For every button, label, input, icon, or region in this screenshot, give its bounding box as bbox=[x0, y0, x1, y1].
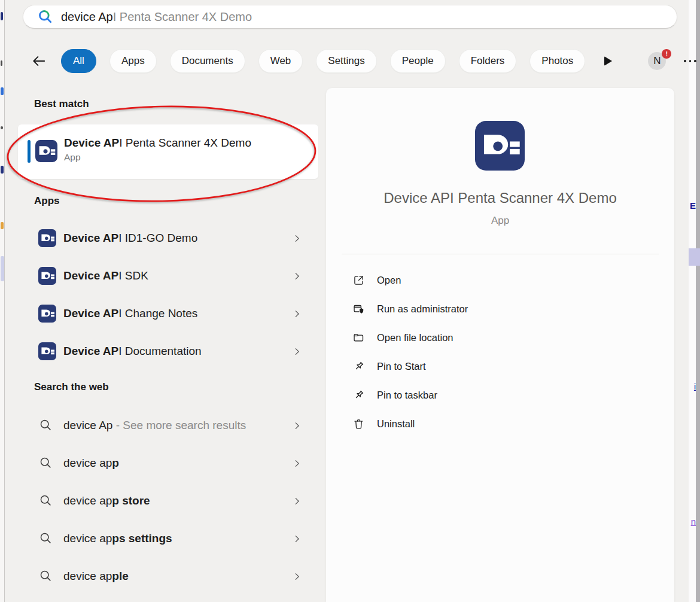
device-api-app-icon-large bbox=[475, 121, 525, 171]
left-fragment bbox=[1, 60, 2, 66]
app-result-row[interactable]: Device API ID1-GO Demo bbox=[23, 220, 324, 257]
completion-part: p store bbox=[112, 494, 150, 507]
best-match-text: Device API Penta Scanner 4X Demo App bbox=[64, 136, 251, 163]
right-fragment-highlight bbox=[689, 248, 700, 266]
more-options-button[interactable] bbox=[684, 52, 696, 70]
right-fragment-text: E bbox=[689, 201, 696, 211]
title-matched-part: Device AP bbox=[63, 232, 118, 244]
tab-people[interactable]: People bbox=[390, 49, 446, 73]
detail-panel: Device API Penta Scanner 4X Demo App Ope… bbox=[326, 88, 674, 602]
panel-app-type: App bbox=[326, 215, 674, 227]
trash-icon bbox=[352, 418, 365, 430]
right-edge-scrollbar-strip bbox=[696, 0, 700, 602]
chevron-right-icon[interactable] bbox=[293, 497, 302, 506]
search-icon bbox=[39, 570, 53, 583]
title-rest-part: I Change Notes bbox=[118, 307, 197, 320]
action-open-file-location[interactable]: Open file location bbox=[326, 323, 674, 352]
title-rest-part: I SDK bbox=[118, 269, 148, 282]
tab-apps[interactable]: Apps bbox=[109, 49, 157, 73]
right-fragment-text: i bbox=[689, 382, 696, 391]
app-result-row[interactable]: Device API SDK bbox=[23, 257, 324, 294]
back-button[interactable] bbox=[30, 52, 48, 70]
title-rest-part: I Documentation bbox=[118, 345, 201, 357]
app-row-title: Device API Documentation bbox=[63, 345, 202, 358]
query-part: device ap bbox=[63, 494, 112, 507]
apps-heading: Apps bbox=[34, 195, 60, 207]
badge-text: ! bbox=[665, 50, 668, 57]
device-api-app-icon bbox=[38, 305, 56, 323]
action-open[interactable]: Open bbox=[326, 266, 674, 294]
folder-icon bbox=[352, 332, 365, 344]
tab-settings[interactable]: Settings bbox=[316, 49, 376, 73]
search-icon bbox=[38, 9, 53, 25]
query-part: device ap bbox=[63, 532, 112, 545]
completion-part: ps settings bbox=[112, 532, 172, 545]
web-suggestion-text: device app store bbox=[63, 494, 150, 507]
app-result-row[interactable]: Device API Change Notes bbox=[23, 295, 324, 332]
app-result-row[interactable]: Device API Documentation bbox=[23, 333, 324, 370]
left-fragment bbox=[1, 166, 4, 174]
action-uninstall[interactable]: Uninstall bbox=[326, 409, 674, 438]
back-arrow-icon bbox=[31, 53, 47, 69]
panel-app-title: Device API Penta Scanner 4X Demo bbox=[326, 190, 674, 206]
typed-query: device Ap bbox=[61, 10, 113, 23]
tab-web[interactable]: Web bbox=[258, 49, 303, 73]
tab-photos[interactable]: Photos bbox=[529, 49, 585, 73]
see-more-annotation: - See more search results bbox=[112, 419, 246, 431]
web-suggestion-text: device app bbox=[63, 457, 119, 470]
action-label: Open file location bbox=[377, 332, 454, 343]
title-matched-part: Device AP bbox=[64, 136, 119, 149]
search-input[interactable]: device ApI Penta Scanner 4X Demo bbox=[23, 5, 677, 29]
chevron-right-icon[interactable] bbox=[293, 421, 302, 430]
completion-part: ple bbox=[112, 570, 128, 582]
more-filters-icon[interactable] bbox=[604, 56, 612, 66]
search-web-heading: Search the web bbox=[34, 381, 109, 393]
app-row-title: Device API Change Notes bbox=[63, 307, 197, 320]
best-match-type: App bbox=[64, 152, 251, 163]
title-rest-part: I Penta Scanner 4X Demo bbox=[119, 136, 251, 149]
pin-icon bbox=[352, 389, 365, 402]
action-pin-to-start[interactable]: Pin to Start bbox=[326, 352, 674, 381]
chevron-right-icon[interactable] bbox=[293, 534, 302, 543]
left-edge-background-strip bbox=[0, 0, 5, 602]
action-label: Pin to Start bbox=[377, 361, 426, 372]
admin-shield-icon bbox=[352, 303, 365, 315]
chevron-right-icon[interactable] bbox=[293, 459, 302, 468]
selection-accent-bar bbox=[28, 140, 31, 163]
chevron-right-icon[interactable] bbox=[293, 347, 302, 356]
web-suggestion-row[interactable]: device apple bbox=[23, 558, 324, 595]
app-row-title: Device API SDK bbox=[63, 269, 148, 282]
action-label: Run as administrator bbox=[377, 303, 468, 315]
user-avatar[interactable]: N ! bbox=[648, 52, 666, 70]
web-suggestion-row[interactable]: device Ap - See more search results bbox=[23, 407, 324, 444]
search-icon bbox=[39, 457, 53, 470]
chevron-right-icon[interactable] bbox=[293, 234, 302, 243]
title-matched-part: Device AP bbox=[63, 269, 118, 282]
title-matched-part: Device AP bbox=[63, 345, 118, 357]
query-part: device Ap bbox=[63, 419, 112, 431]
query-part: device ap bbox=[63, 457, 112, 469]
left-fragment bbox=[1, 126, 3, 129]
chevron-right-icon[interactable] bbox=[293, 309, 302, 318]
right-edge-background-strip bbox=[689, 0, 696, 602]
tab-documents[interactable]: Documents bbox=[170, 49, 245, 73]
action-label: Uninstall bbox=[377, 418, 415, 430]
action-run-as-administrator[interactable]: Run as administrator bbox=[326, 294, 674, 323]
screen: { "search_bar": { "typed": "device Ap", … bbox=[0, 0, 700, 602]
device-api-app-icon bbox=[38, 267, 56, 285]
web-suggestion-row[interactable]: device app bbox=[23, 445, 324, 482]
tab-all[interactable]: All bbox=[61, 49, 96, 73]
device-api-app-icon bbox=[38, 229, 56, 247]
chevron-right-icon[interactable] bbox=[293, 572, 302, 581]
web-suggestion-row[interactable]: device app store bbox=[23, 482, 324, 519]
chevron-right-icon[interactable] bbox=[293, 272, 302, 281]
title-matched-part: Device AP bbox=[63, 307, 118, 320]
web-suggestion-row[interactable]: device apps settings bbox=[23, 520, 324, 557]
inline-suggestion: I Penta Scanner 4X Demo bbox=[113, 10, 252, 23]
action-pin-to-taskbar[interactable]: Pin to taskbar bbox=[326, 381, 674, 409]
left-fragment bbox=[1, 222, 4, 229]
pin-icon bbox=[352, 360, 365, 373]
device-api-app-icon bbox=[38, 342, 56, 360]
tab-folders[interactable]: Folders bbox=[459, 49, 517, 73]
best-match-result[interactable]: Device API Penta Scanner 4X Demo App bbox=[18, 124, 318, 179]
